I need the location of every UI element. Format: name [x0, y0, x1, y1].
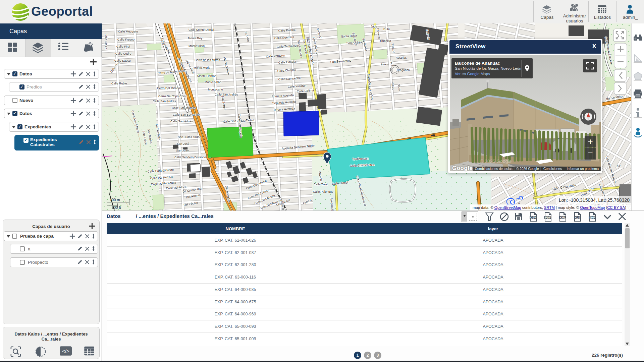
svg-text:Monte Hebrón: Monte Hebrón	[197, 74, 216, 78]
svg-text:Cerro.Del.Topo.Chico: Cerro.Del.Topo.Chico	[158, 95, 187, 98]
svg-text:Calle Pirul: Calle Pirul	[116, 45, 130, 48]
svg-text:Valois: Valois	[391, 82, 395, 89]
svg-text:San Juan: San Juan	[176, 149, 189, 152]
svg-text:XLS: XLS	[575, 216, 580, 219]
svg-text:Montecarlo: Montecarlo	[208, 88, 223, 91]
svg-text:San Judas.Tadeo: San Judas.Tadeo	[178, 135, 201, 139]
svg-text:Calle Roble: Calle Roble	[111, 82, 127, 85]
svg-text:a: a	[518, 201, 520, 204]
svg-text:Calle Las Lo: Calle Las Lo	[104, 34, 108, 50]
svg-text:Avis: Avis	[381, 63, 386, 66]
svg-text:Calle Tikal: Calle Tikal	[314, 183, 328, 186]
svg-text:Lon: -100.315084, Lat: 25.7683: Lon: -100.315084, Lat: 25.768320	[559, 197, 630, 203]
svg-text:Cerro.Del.Mirador: Cerro.Del.Mirador	[157, 86, 181, 90]
svg-text:Calle San Andrés: Calle San Andrés	[215, 93, 238, 96]
svg-text:Calle Fresno: Calle Fresno	[117, 38, 135, 41]
svg-text:Austrias: Austrias	[396, 56, 407, 59]
svg-text:Monte Moria: Monte Moria	[194, 66, 210, 69]
svg-text:Calle San Servando: Calle San Servando	[173, 113, 200, 116]
svg-text:Braganza: Braganza	[397, 68, 410, 72]
svg-text:Calle.Palenque: Calle.Palenque	[313, 190, 333, 193]
svg-text:Rubelita: Rubelita	[380, 39, 391, 43]
svg-text:San José: San José	[177, 142, 190, 145]
svg-text:Calle Sendero Divisorio: Calle Sendero Divisorio	[174, 156, 206, 159]
svg-text:</>: </>	[62, 348, 69, 354]
svg-text:Rubí: Rubí	[383, 27, 390, 31]
svg-text:map data: © OpenStreetMap cont: map data: © OpenStreetMap contributors, …	[473, 205, 626, 209]
svg-text:SHP: SHP	[589, 216, 595, 219]
svg-text:Calle San Marcos: Calle San Marcos	[172, 106, 196, 110]
svg-text:100 m: 100 m	[110, 198, 120, 202]
svg-text:© 2025 Google: © 2025 Google	[480, 159, 512, 164]
svg-text:Nazar: Nazar	[397, 83, 401, 92]
svg-text:Monte Olivo: Monte Olivo	[189, 44, 205, 48]
svg-text:Calle Mezquite: Calle Mezquite	[118, 30, 138, 33]
svg-text:Calle Monte Denali: Calle Monte Denali	[189, 28, 214, 32]
svg-text:KML: KML	[560, 216, 566, 219]
svg-text:Calle San Andrés: Calle San Andrés	[153, 100, 176, 103]
svg-text:Cerro.de.las.Mitras: Cerro.de.las.Mitras	[195, 58, 220, 62]
svg-text:500 ft: 500 ft	[112, 205, 121, 209]
svg-text:Monte Albán: Monte Albán	[205, 80, 221, 84]
svg-text:CSV: CSV	[530, 216, 536, 219]
svg-text:Calle San Adrián: Calle San Adrián	[170, 120, 193, 123]
svg-text:PDF: PDF	[545, 216, 550, 219]
svg-text:Monte Rey: Monte Rey	[188, 37, 203, 40]
svg-text:Jade: Jade	[371, 25, 377, 28]
svg-text:Calle Cedro: Calle Cedro	[115, 52, 131, 55]
